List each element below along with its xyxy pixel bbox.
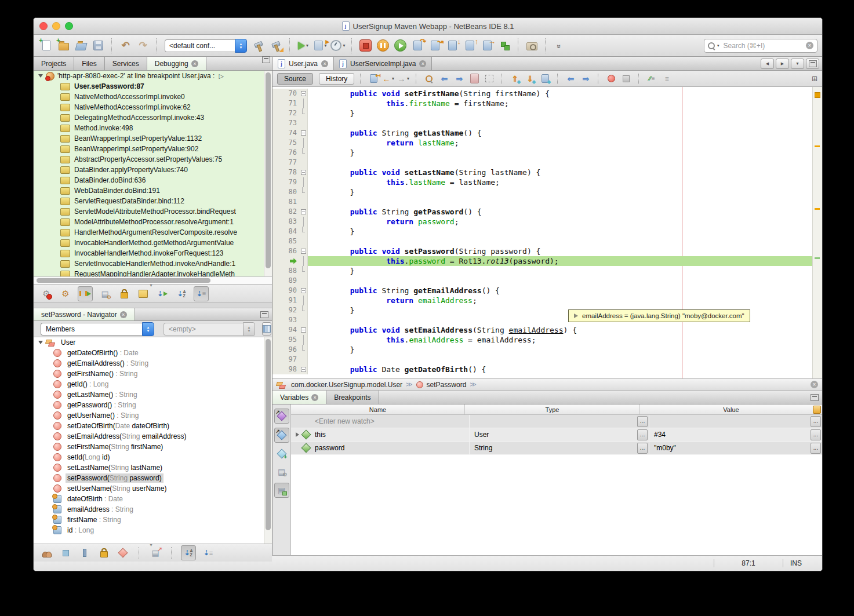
sort-natural-icon[interactable]: ⇣≡: [194, 286, 209, 301]
redo-icon[interactable]: ↷: [135, 38, 151, 53]
line-number-gutter[interactable]: 85: [272, 236, 300, 246]
line-number-gutter[interactable]: 92: [272, 305, 300, 315]
sort-suspended-icon[interactable]: ⇣: [155, 287, 169, 301]
code-line[interactable]: 82 public String getPassword() {: [272, 207, 813, 217]
open-project-icon[interactable]: [73, 38, 89, 53]
close-icon[interactable]: [321, 60, 328, 67]
type-ellipsis-button[interactable]: ...: [637, 429, 648, 440]
close-icon[interactable]: [811, 381, 818, 388]
line-number-gutter[interactable]: 88: [272, 266, 300, 276]
code-line[interactable]: 81: [272, 197, 813, 207]
fold-gutter[interactable]: [300, 335, 308, 345]
stack-frame-row[interactable]: Method.invoke:498: [34, 123, 272, 133]
fold-gutter[interactable]: [300, 246, 308, 256]
fold-gutter[interactable]: [300, 167, 308, 177]
code-line[interactable]: 83 return password;: [272, 217, 813, 227]
non-public-members-icon[interactable]: [116, 546, 130, 560]
uncomment-icon[interactable]: ≡: [660, 72, 673, 85]
code-line[interactable]: 70 public void setFirstName(String first…: [272, 89, 813, 99]
fold-gutter[interactable]: [300, 227, 308, 236]
fold-gutter[interactable]: [300, 197, 308, 207]
navigator-member-row[interactable]: getUserName() : String: [34, 410, 272, 421]
pause-icon[interactable]: [375, 38, 391, 53]
qualified-names-icon[interactable]: [136, 287, 150, 301]
stack-frame-row[interactable]: DataBinder.applyPropertyValues:740: [34, 165, 272, 175]
fold-gutter[interactable]: [300, 177, 308, 187]
columns-button[interactable]: [262, 322, 271, 336]
code-line[interactable]: 94 public void setEmailAddress(String em…: [272, 325, 813, 335]
stack-frame-row[interactable]: InvocableHandlerMethod.getMethodArgument…: [34, 238, 272, 248]
toggle-bookmark-icon[interactable]: ◆: [539, 72, 551, 85]
stack-frame-row[interactable]: BeanWrapperImpl.setPropertyValue:1132: [34, 133, 272, 144]
open-source-icon[interactable]: ▤↗: [148, 546, 162, 560]
left-panel-tab[interactable]: Debugging: [147, 57, 206, 70]
navigator-tab[interactable]: setPassword - Navigator: [34, 308, 135, 320]
navigator-member-row[interactable]: firstName : String: [34, 515, 272, 525]
code-line[interactable]: 78 public void setLastName(String lastNa…: [272, 167, 813, 177]
editor-tab[interactable]: UserServiceImpl.java: [334, 57, 432, 70]
thread-groups-icon[interactable]: ⚙: [59, 287, 72, 301]
variable-formatters-icon[interactable]: ▤⚙: [275, 465, 289, 479]
take-snapshot-icon[interactable]: [524, 38, 540, 53]
scrollbar-thumb[interactable]: [266, 339, 271, 530]
navigator-member-row[interactable]: getFirstName() : String: [34, 369, 272, 379]
code-line[interactable]: 90 public String getEmailAddress() {: [272, 286, 813, 296]
fold-gutter[interactable]: [300, 305, 308, 315]
error-stripe-mark[interactable]: [815, 145, 820, 147]
navigator-root-row[interactable]: User: [34, 337, 272, 348]
breadcrumb-member[interactable]: setPassword: [427, 381, 467, 389]
traffic-zoom-icon[interactable]: [65, 22, 73, 30]
fold-gutter[interactable]: [300, 365, 308, 374]
line-number-gutter[interactable]: 86: [272, 246, 300, 256]
line-number-gutter[interactable]: [272, 256, 300, 266]
error-stripe-mark[interactable]: [815, 92, 820, 98]
undo-icon[interactable]: ↶: [118, 38, 133, 53]
forward-icon[interactable]: →▼: [397, 72, 410, 85]
variable-row[interactable]: <Enter new watch> ... ...: [291, 415, 822, 428]
close-icon[interactable]: [419, 60, 426, 67]
code-line[interactable]: 85: [272, 236, 813, 246]
code-line[interactable]: 89: [272, 276, 813, 286]
bottom-panel-tab[interactable]: Variables: [272, 391, 326, 404]
fold-gutter[interactable]: [300, 99, 308, 108]
fold-gutter[interactable]: [300, 256, 308, 266]
split-document-icon[interactable]: ⊞: [812, 75, 817, 83]
fold-gutter[interactable]: [300, 325, 308, 335]
code-editor[interactable]: 70 public void setFirstName(String first…: [272, 87, 822, 378]
dropdown-stepper-icon[interactable]: [235, 39, 247, 53]
line-number-gutter[interactable]: 72: [272, 108, 300, 118]
save-all-icon[interactable]: [90, 38, 106, 53]
close-icon[interactable]: [311, 394, 318, 401]
fold-gutter[interactable]: [300, 158, 308, 167]
code-line[interactable]: this.password = Rot13.rot13(password);: [272, 256, 813, 266]
line-number-gutter[interactable]: 90: [272, 286, 300, 296]
inherited-members-icon[interactable]: [39, 546, 53, 560]
code-line[interactable]: 88 }: [272, 266, 813, 276]
navigator-member-row[interactable]: setLastName(String lastName): [34, 462, 272, 473]
code-line[interactable]: 97: [272, 355, 813, 365]
scroll-tabs-right-icon[interactable]: ▶: [776, 59, 789, 69]
search-input[interactable]: [722, 41, 804, 50]
line-number-gutter[interactable]: 76: [272, 148, 300, 158]
suspend-resume-table-icon[interactable]: [78, 286, 93, 301]
find-selection-icon[interactable]: [423, 72, 435, 85]
fold-gutter[interactable]: [300, 108, 308, 118]
expand-arrow-icon[interactable]: [296, 432, 299, 437]
search-box[interactable]: ▾: [704, 39, 817, 53]
toolbar-overflow-icon[interactable]: »: [551, 38, 567, 53]
error-stripe-current-line-mark[interactable]: [815, 257, 820, 259]
profile-project-icon[interactable]: ▼: [330, 38, 346, 53]
line-number-gutter[interactable]: 89: [272, 276, 300, 286]
navigator-member-row[interactable]: getId() : Long: [34, 379, 272, 389]
fold-gutter[interactable]: [300, 286, 308, 296]
navigator-member-row[interactable]: setUserName(String userName): [34, 483, 272, 494]
line-number-gutter[interactable]: 70: [272, 89, 300, 99]
next-occurrence-icon[interactable]: ⇒: [453, 72, 466, 85]
fold-gutter[interactable]: [300, 236, 308, 246]
rectangular-selection-icon[interactable]: [483, 72, 496, 85]
error-stripe[interactable]: [812, 87, 822, 378]
line-number-gutter[interactable]: 95: [272, 335, 300, 345]
expand-arrow-icon[interactable]: [574, 314, 578, 318]
close-icon[interactable]: [120, 311, 127, 318]
line-number-gutter[interactable]: 83: [272, 217, 300, 227]
